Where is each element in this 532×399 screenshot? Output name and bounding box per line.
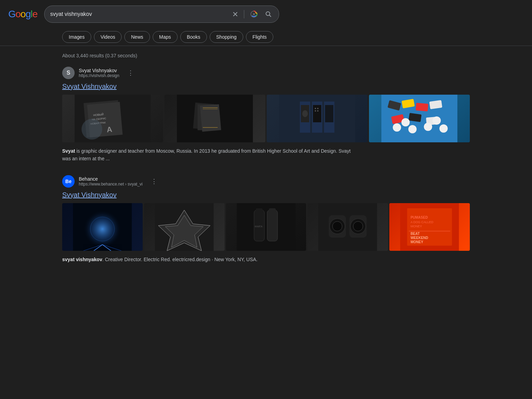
svg-rect-29 bbox=[325, 105, 333, 122]
search-input[interactable] bbox=[50, 11, 227, 17]
thumbnail[interactable]: КНИГА bbox=[226, 203, 306, 251]
result-site-name: Svyat Vishnyakov bbox=[79, 68, 119, 73]
thumbnail[interactable]: НОВЫЙ НА СБОРИС НОВАЯ ТРАК A bbox=[62, 95, 163, 142]
thumbnail[interactable] bbox=[144, 203, 225, 251]
svg-rect-72 bbox=[409, 231, 450, 231]
image-strip: КНИГА bbox=[62, 203, 470, 251]
result-source-info: Behance https://www.behance.net › svyat_… bbox=[79, 176, 143, 187]
google-logo: Google bbox=[8, 9, 37, 20]
result-item: Be Behance https://www.behance.net › svy… bbox=[62, 175, 470, 263]
svg-point-39 bbox=[408, 125, 417, 133]
svg-text:BEAT: BEAT bbox=[411, 232, 420, 236]
svg-text:MONEY: MONEY bbox=[411, 225, 422, 228]
result-title-link[interactable]: Svyat Vishnyakov bbox=[62, 191, 117, 199]
result-source: S Svyat Vishnyakov https://vishvish.desi… bbox=[62, 67, 470, 79]
svg-text:MONEY: MONEY bbox=[411, 240, 424, 244]
svg-rect-58 bbox=[269, 208, 276, 212]
tab-books[interactable]: Books bbox=[180, 31, 207, 43]
tab-videos[interactable]: Videos bbox=[94, 31, 122, 43]
thumbnail[interactable]: PUMASED A DOG CALLED MONEY BEAT WEEKEND … bbox=[389, 203, 470, 251]
description-bold: Svyat bbox=[62, 148, 75, 154]
lens-button[interactable] bbox=[248, 9, 259, 20]
svg-text:КНИГА: КНИГА bbox=[255, 225, 262, 228]
result-title-link[interactable]: Svyat Vishnyakov bbox=[62, 83, 117, 91]
clear-button[interactable] bbox=[231, 10, 240, 19]
svg-point-41 bbox=[439, 124, 448, 133]
svg-point-42 bbox=[401, 118, 410, 126]
svg-text:A DOG CALLED: A DOG CALLED bbox=[411, 220, 434, 224]
search-submit-button[interactable] bbox=[264, 9, 273, 19]
image-strip: НОВЫЙ НА СБОРИС НОВАЯ ТРАК A bbox=[62, 95, 470, 142]
svg-point-10 bbox=[82, 119, 102, 140]
tab-maps[interactable]: Maps bbox=[153, 31, 178, 43]
svg-point-65 bbox=[333, 221, 342, 231]
result-favicon: S bbox=[62, 67, 75, 79]
svg-point-1 bbox=[253, 13, 255, 15]
results-area: About 3,440 results (0.37 seconds) S Svy… bbox=[0, 46, 532, 283]
svg-rect-24 bbox=[313, 105, 321, 122]
result-description: Svyat is graphic designer and teacher fr… bbox=[62, 147, 359, 163]
result-description: svyat vishnyakov. Creative Director. Ele… bbox=[62, 256, 359, 263]
svg-point-27 bbox=[315, 110, 316, 112]
svg-point-43 bbox=[433, 116, 441, 125]
thumbnail[interactable] bbox=[369, 95, 470, 142]
search-bar-icons bbox=[231, 9, 273, 20]
svg-rect-33 bbox=[416, 103, 428, 112]
menu-dots-icon bbox=[151, 178, 157, 185]
description-bold: svyat vishnyakov bbox=[62, 257, 102, 262]
result-url: https://vishvish.design bbox=[79, 73, 119, 78]
menu-dots-icon bbox=[127, 69, 134, 76]
svg-point-28 bbox=[317, 110, 319, 112]
svg-point-38 bbox=[393, 123, 401, 132]
svg-text:PUMASED: PUMASED bbox=[411, 216, 428, 219]
result-source-info: Svyat Vishnyakov https://vishvish.design bbox=[79, 68, 119, 78]
result-menu-button[interactable] bbox=[126, 68, 135, 77]
svg-point-26 bbox=[317, 108, 319, 109]
close-icon bbox=[232, 11, 238, 17]
thumbnail[interactable] bbox=[62, 203, 143, 251]
svg-point-25 bbox=[315, 108, 316, 109]
tab-shopping[interactable]: Shopping bbox=[210, 31, 243, 43]
result-source: Be Behance https://www.behance.net › svy… bbox=[62, 175, 470, 188]
svg-point-45 bbox=[83, 210, 121, 248]
svg-point-66 bbox=[353, 221, 363, 231]
result-item: S Svyat Vishnyakov https://vishvish.desi… bbox=[62, 67, 470, 163]
thumbnail[interactable] bbox=[307, 203, 388, 251]
lens-icon bbox=[250, 10, 258, 18]
svg-rect-60 bbox=[319, 203, 377, 251]
tab-news[interactable]: News bbox=[124, 31, 150, 43]
thumbnail[interactable] bbox=[267, 95, 368, 142]
divider bbox=[244, 10, 244, 18]
header: Google bbox=[0, 0, 532, 28]
result-url: https://www.behance.net › svyat_vi bbox=[79, 182, 143, 187]
tab-images[interactable]: Images bbox=[62, 31, 91, 43]
result-site-name: Behance bbox=[79, 176, 143, 182]
svg-text:WEEKEND: WEEKEND bbox=[411, 236, 428, 240]
thumbnail[interactable] bbox=[164, 95, 265, 142]
svg-text:A: A bbox=[106, 125, 113, 134]
svg-rect-54 bbox=[237, 203, 295, 251]
search-bar bbox=[44, 6, 279, 23]
result-favicon: Be bbox=[62, 175, 75, 188]
search-icon bbox=[265, 11, 272, 18]
svg-point-40 bbox=[424, 123, 432, 131]
results-count: About 3,440 results (0.37 seconds) bbox=[62, 53, 470, 58]
tab-flights[interactable]: Flights bbox=[246, 31, 273, 43]
result-menu-button[interactable] bbox=[150, 177, 159, 186]
svg-point-23 bbox=[302, 110, 308, 117]
svg-rect-57 bbox=[256, 208, 263, 212]
svg-rect-56 bbox=[267, 210, 277, 241]
filter-tabs: Images Videos News Maps Books Shopping F… bbox=[0, 28, 532, 46]
